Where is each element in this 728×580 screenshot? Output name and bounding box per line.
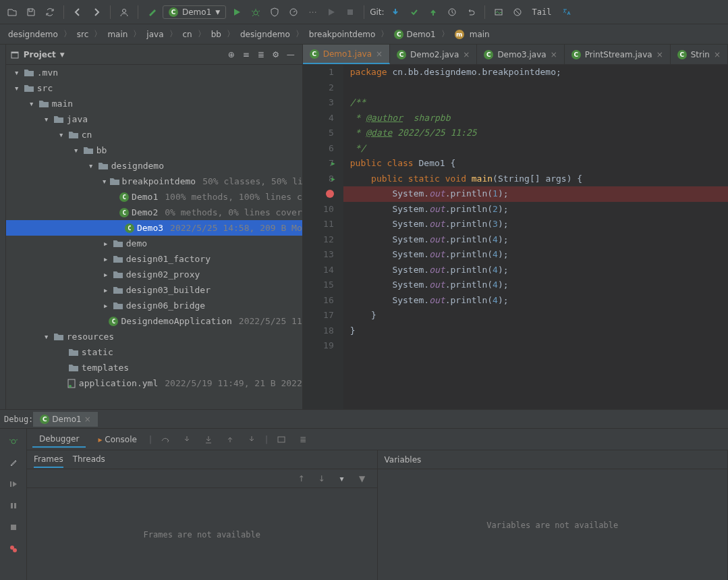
tree-row[interactable]: CDesigndemoApplication2022/5/25 11 [6,313,302,329]
tree-chevron-icon[interactable]: ▾ [87,161,95,171]
gutter-line[interactable]: 15 [303,278,334,293]
tree-row[interactable]: ▸design06_bridge [6,298,302,313]
code-line[interactable]: public static void main(String[] args) { [343,172,728,187]
breakpoint-icon[interactable] [326,190,334,198]
collapse-all-icon[interactable]: ≣ [254,47,269,62]
tree-chevron-icon[interactable]: ▾ [57,130,65,140]
git-history-icon[interactable] [444,4,460,20]
code-line[interactable]: * @author sharpbb [343,111,728,126]
translate-icon[interactable] [559,4,575,20]
project-tree[interactable]: ▾.mvn▾src▾main▾java▾cn▾bb▾designdemo▾bre… [6,65,302,409]
run-icon[interactable] [229,4,245,20]
gutter-line[interactable]: 17 [303,308,334,323]
editor-code[interactable]: package cn.bb.designdemo.breakpointdemo;… [343,65,728,409]
gutter-line[interactable]: 14 [303,263,334,278]
open-icon[interactable] [4,4,20,20]
code-line[interactable]: public class Demo1 { [343,156,728,172]
resume-icon[interactable] [5,476,22,492]
view-breakpoints-icon[interactable] [5,541,22,557]
gutter-line[interactable]: 8▶ [303,172,334,187]
tree-row[interactable]: ▸design03_builder [6,282,302,298]
tree-row[interactable]: ▸design01_factory [6,251,302,267]
tree-chevron-icon[interactable]: ▾ [43,114,51,124]
tree-row[interactable]: ▾src [6,80,302,96]
code-line[interactable] [343,80,728,96]
tree-chevron-icon[interactable]: ▸ [102,285,110,295]
tree-row[interactable]: ▸design02_proxy [6,267,302,282]
prev-frame-icon[interactable]: ↑ [293,471,310,487]
code-line[interactable]: */ [343,141,728,157]
code-line[interactable]: System.out.println(4); [343,278,728,293]
tree-row[interactable]: ▾cn [6,127,302,142]
run-to-cursor-icon[interactable] [244,431,260,448]
breadcrumb-item[interactable]: designdemo [236,28,294,41]
tree-row[interactable]: application.yml2022/5/19 11:49, 21 B 202… [6,375,302,391]
tree-row[interactable]: templates [6,360,302,375]
gutter-line[interactable]: 13 [303,247,334,263]
console-tab[interactable]: ▸ Console [91,432,144,447]
code-line[interactable]: * @date 2022/5/25 11:25 [343,126,728,141]
tree-row[interactable]: ▾java [6,111,302,127]
tree-row[interactable]: CDemo1100% methods, 100% lines c [6,189,302,205]
editor-tab[interactable]: CPrintStream.java× [565,45,671,64]
tree-chevron-icon[interactable]: ▾ [72,145,80,155]
tree-chevron-icon[interactable]: ▾ [13,83,21,93]
tree-row[interactable]: ▸demo [6,236,302,251]
frames-subtab[interactable]: Frames [34,452,63,468]
gear-icon[interactable]: ⚙ [269,47,283,62]
code-line[interactable]: System.out.println(4); [343,232,728,248]
breadcrumb-item[interactable]: mmain [451,28,494,41]
gutter-line[interactable]: 2 [303,80,334,96]
breadcrumb-item[interactable]: cn [179,28,196,41]
editor-tab[interactable]: CDemo3.java× [477,45,564,64]
gutter-line[interactable]: 19 [303,338,334,354]
profile-icon[interactable] [285,4,302,20]
coverage-icon[interactable] [267,4,283,20]
close-icon[interactable]: × [714,50,721,59]
git-rollback-icon[interactable] [463,4,479,20]
gutter-line[interactable]: 6 [303,141,334,157]
git-pull-icon[interactable] [387,4,403,20]
git-push-icon[interactable] [425,4,441,20]
close-icon[interactable]: × [551,50,557,59]
code-line[interactable]: System.out.println(4); [343,293,728,309]
tree-row[interactable]: ▾main [6,96,302,111]
editor-gutter[interactable]: 1234567▶8▶910111213141516171819 [303,65,343,409]
breadcrumb-item[interactable]: src [73,28,93,41]
project-title[interactable]: Project ▼ [10,50,65,59]
code-line[interactable]: } [343,323,728,339]
close-icon[interactable]: × [84,415,91,424]
breadcrumb-item[interactable]: main [103,28,132,41]
tree-chevron-icon[interactable]: ▸ [102,254,110,264]
close-icon[interactable]: × [656,50,663,59]
save-icon[interactable] [23,4,39,20]
editor-tab[interactable]: CStrin× [671,45,728,64]
breadcrumb-item[interactable]: CDemo1 [390,28,439,41]
sync-icon[interactable] [42,4,58,20]
tail-label[interactable]: Tail [528,7,556,17]
debug-icon[interactable] [248,4,264,20]
tree-chevron-icon[interactable]: ▾ [102,176,107,186]
hide-icon[interactable]: — [283,47,298,62]
trace-icon[interactable]: ≣ [295,431,311,448]
breadcrumb-item[interactable]: java [142,28,167,41]
stop-debug-icon[interactable] [5,519,22,535]
tree-chevron-icon[interactable]: ▾ [28,99,36,109]
gutter-line[interactable]: 7▶ [303,156,334,172]
hammer-icon[interactable] [144,4,160,20]
left-tool-strip[interactable] [0,45,6,409]
tree-row[interactable]: static [6,344,302,360]
close-icon[interactable]: × [376,49,383,59]
tree-chevron-icon[interactable]: ▾ [43,332,51,342]
rerun-icon[interactable] [5,433,22,449]
next-frame-icon[interactable]: ↓ [314,471,330,487]
tree-row[interactable]: ▾breakpointdemo50% classes, 50% li [6,174,302,189]
code-line[interactable]: System.out.println(4); [343,247,728,263]
code-line[interactable]: System.out.println(3); [343,217,728,232]
code-line[interactable]: } [343,308,728,323]
gutter-line[interactable]: 3 [303,95,334,111]
gutter-line[interactable]: 10 [303,202,334,217]
breadcrumb-item[interactable]: breakpointdemo [305,28,380,41]
run-marker-icon[interactable]: ▶ [331,156,335,172]
frame-menu-icon[interactable]: ▼ [354,471,370,487]
